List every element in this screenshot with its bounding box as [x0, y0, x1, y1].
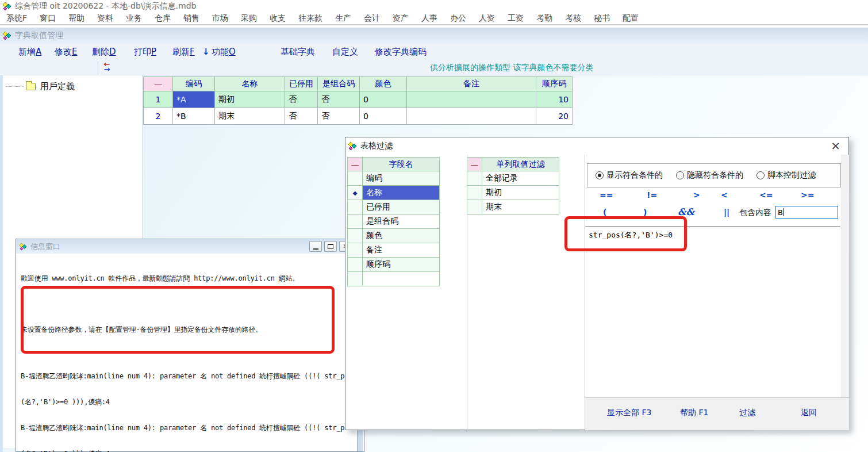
menu-item-data[interactable]: 资料 — [91, 13, 120, 24]
table-cell-stopped[interactable]: 否 — [285, 108, 318, 125]
table-cell-code-selected[interactable]: *A — [173, 91, 215, 108]
maximize-button[interactable] — [324, 241, 337, 252]
menu-item-secretary[interactable]: 秘书 — [587, 13, 616, 24]
radio-script-filter[interactable]: 脚本控制过滤 — [756, 170, 816, 181]
menu-item-warehouse[interactable]: 仓库 — [148, 13, 177, 24]
menu-item-attendance[interactable]: 考勤 — [530, 13, 559, 24]
filter-button[interactable]: 过滤 — [739, 408, 755, 418]
table-header-color[interactable]: 颜色 — [360, 77, 407, 91]
refresh-button[interactable]: 刷新F — [172, 47, 195, 58]
delete-button[interactable]: 删除D — [92, 47, 116, 58]
value-item-begin[interactable]: 期初 — [482, 186, 559, 200]
table-cell-note[interactable] — [407, 91, 536, 108]
menu-item-assets[interactable]: 资产 — [386, 13, 415, 24]
table-cell-note[interactable] — [407, 108, 536, 125]
table-cell-combo[interactable]: 否 — [318, 91, 360, 108]
tree-item-user-defined[interactable]: 用戶定義 — [6, 81, 75, 92]
op-or-button[interactable]: || — [724, 208, 729, 217]
radio-show-matching[interactable]: 显示符合条件的 — [596, 170, 663, 181]
menu-item-market[interactable]: 市场 — [206, 13, 235, 24]
menu-item-review[interactable]: 考核 — [559, 13, 587, 24]
table-header-combo[interactable]: 是组合码 — [318, 77, 360, 91]
minimize-icon — [313, 248, 318, 250]
menu-item-payments[interactable]: 收支 — [263, 13, 292, 24]
menu-item-accounts[interactable]: 往来款 — [292, 13, 329, 24]
table-cell-combo[interactable]: 否 — [318, 108, 360, 125]
field-item-note[interactable]: 备注 — [363, 243, 440, 258]
add-button[interactable]: 新增A — [18, 47, 41, 58]
main-title-bar: 综合管理 oit 20200622 - 本地-db\演示信息.mdb — [0, 0, 868, 13]
menu-item-hr[interactable]: 人事 — [415, 13, 444, 24]
op-close-paren-button[interactable]: ) — [643, 208, 647, 217]
table-cell-stopped[interactable]: 否 — [285, 91, 318, 108]
menu-item-config[interactable]: 配置 — [616, 13, 645, 24]
contains-input[interactable]: B — [775, 206, 838, 219]
field-item-stopped[interactable]: 已停用 — [363, 200, 440, 214]
menu-item-system[interactable]: 系统F — [0, 13, 33, 24]
menu-item-help[interactable]: 帮助 — [62, 13, 91, 24]
menu-item-production[interactable]: 生产 — [329, 13, 358, 24]
dialog-close-icon[interactable]: × — [831, 140, 840, 151]
value-item-all[interactable]: 全部记录 — [482, 171, 559, 186]
op-less-equal-button[interactable]: <= — [759, 190, 773, 200]
table-cell-color[interactable]: 0 — [360, 108, 407, 125]
custom-button[interactable]: 自定义 — [332, 47, 358, 58]
base-dict-button[interactable]: 基础字典 — [281, 47, 315, 58]
menu-item-hr2[interactable]: 人资 — [473, 13, 501, 24]
table-cell-seq[interactable]: 20 — [536, 108, 573, 125]
op-equal-button[interactable]: == — [600, 190, 613, 200]
menu-item-accounting[interactable]: 会计 — [358, 13, 386, 24]
field-item-name-selected[interactable]: 名称 — [363, 186, 440, 200]
back-button[interactable]: 返回 — [801, 408, 817, 418]
filter-expression-area[interactable]: str_pos(名?,'B')>=0 — [585, 226, 840, 392]
show-all-button[interactable]: 显示全部 F3 — [607, 408, 651, 418]
table-cell-name[interactable]: 期初 — [215, 91, 285, 108]
swap-icon[interactable]: ←→ — [102, 62, 112, 73]
table-header-name[interactable]: 名称 — [215, 77, 285, 91]
op-open-paren-button[interactable]: ( — [603, 208, 606, 217]
field-item-empty[interactable] — [363, 272, 440, 286]
table-cell-seq[interactable]: 10 — [536, 91, 573, 108]
print-button[interactable]: 打印P — [134, 47, 156, 58]
table-cell-code[interactable]: *B — [173, 108, 215, 125]
table-row-number[interactable]: 2 — [144, 108, 173, 125]
help-button[interactable]: 帮助 F1 — [680, 408, 708, 418]
row-marker-cell — [348, 214, 363, 229]
function-button[interactable]: 功能O — [212, 47, 236, 58]
menu-item-office[interactable]: 办公 — [444, 13, 473, 24]
op-not-equal-button[interactable]: != — [647, 190, 657, 200]
radio-hide-matching[interactable]: 隐藏符合条件的 — [676, 170, 743, 181]
field-item-seq[interactable]: 顺序码 — [363, 258, 440, 272]
table-header-stopped[interactable]: 已停用 — [285, 77, 318, 91]
table-header-note[interactable]: 备注 — [407, 77, 536, 91]
menu-item-purchase[interactable]: 采购 — [235, 13, 263, 24]
menu-item-sales[interactable]: 销售 — [177, 13, 206, 24]
table-header-seq[interactable]: 顺序码 — [536, 77, 573, 91]
op-greater-equal-button[interactable]: >= — [801, 190, 814, 200]
edit-dict-code-button[interactable]: 修改字典编码 — [375, 47, 427, 58]
field-item-code[interactable]: 编码 — [363, 171, 440, 186]
table-cell-color[interactable]: 0 — [360, 91, 407, 108]
dict-value-table: — 编码 名称 已停用 是组合码 颜色 备注 顺序码 1 *A 期初 否 否 0… — [143, 76, 573, 125]
minimize-button[interactable] — [309, 241, 322, 252]
op-less-button[interactable]: < — [721, 190, 728, 200]
field-item-color[interactable]: 颜色 — [363, 229, 440, 243]
menu-item-window[interactable]: 窗口 — [33, 13, 62, 24]
edit-button[interactable]: 修改E — [55, 47, 77, 58]
table-cell-name[interactable]: 期末 — [215, 108, 285, 125]
dict-window-title-bar: 字典取值管理 — [0, 28, 868, 44]
field-item-combo[interactable]: 是组合码 — [363, 214, 440, 229]
table-row-number[interactable]: 1 — [144, 91, 173, 108]
menu-item-salary[interactable]: 工资 — [501, 13, 530, 24]
selected-row-marker-icon: ◆ — [353, 190, 358, 196]
table-header-dash[interactable]: — — [144, 77, 173, 91]
op-greater-button[interactable]: > — [693, 190, 700, 200]
dialog-right-margin — [841, 155, 849, 430]
value-item-end[interactable]: 期末 — [482, 200, 559, 214]
table-header-code[interactable]: 编码 — [173, 77, 215, 91]
field-list-header: 字段名 — [363, 158, 440, 171]
op-and-button[interactable]: && — [678, 206, 694, 217]
maximize-icon — [328, 244, 333, 249]
dict-window-title: 字典取值管理 — [15, 30, 63, 41]
menu-item-business[interactable]: 业务 — [120, 13, 148, 24]
